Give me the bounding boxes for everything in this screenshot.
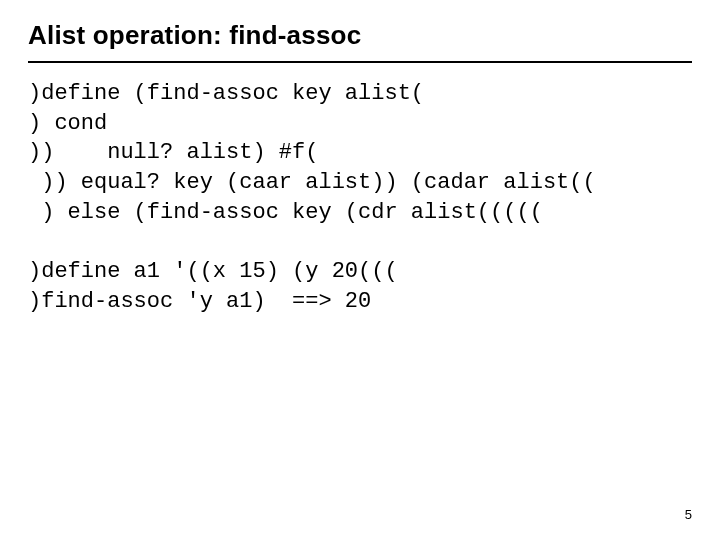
code-block-definition: )define (find-assoc key alist( ) cond ))… [28, 79, 692, 227]
code-line: )define (find-assoc key alist( [28, 79, 692, 109]
code-line: )define a1 '((x 15) (y 20((( [28, 257, 692, 287]
code-line: )) equal? key (caar alist)) (cadar alist… [28, 168, 692, 198]
code-line: )) null? alist) #f( [28, 138, 692, 168]
slide: Alist operation: find-assoc )define (fin… [0, 0, 720, 540]
slide-title: Alist operation: find-assoc [28, 20, 692, 55]
title-divider [28, 61, 692, 63]
code-line: ) cond [28, 109, 692, 139]
code-line: )find-assoc 'y a1) ==> 20 [28, 287, 692, 317]
code-line: ) else (find-assoc key (cdr alist((((( [28, 198, 692, 228]
page-number: 5 [685, 507, 692, 522]
code-block-example: )define a1 '((x 15) (y 20((( )find-assoc… [28, 257, 692, 316]
